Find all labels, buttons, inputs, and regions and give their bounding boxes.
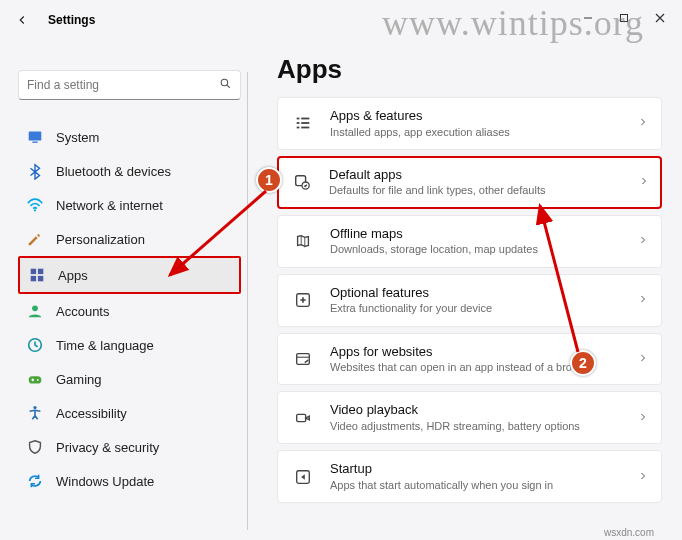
svg-rect-21 <box>301 127 309 129</box>
sidebar-item-network-internet[interactable]: Network & internet <box>18 188 241 222</box>
svg-rect-5 <box>32 142 37 143</box>
svg-rect-4 <box>29 132 42 141</box>
card-subtitle: Apps that start automatically when you s… <box>330 478 637 492</box>
plus-icon <box>292 289 314 311</box>
annotation-bubble-2: 2 <box>570 350 596 376</box>
back-button[interactable] <box>8 6 36 34</box>
sidebar-item-label: Bluetooth & devices <box>56 164 171 179</box>
card-title: Startup <box>330 461 637 477</box>
startup-icon <box>292 466 314 488</box>
svg-rect-17 <box>301 118 309 120</box>
svg-point-15 <box>33 406 36 409</box>
sidebar-item-privacy-security[interactable]: Privacy & security <box>18 430 241 464</box>
sidebar-item-apps[interactable]: Apps <box>20 258 239 292</box>
maximize-button[interactable] <box>606 4 642 32</box>
window-title: Settings <box>48 13 95 27</box>
chevron-right-icon <box>637 468 649 486</box>
page-title: Apps <box>277 54 662 85</box>
card-title: Offline maps <box>330 226 637 242</box>
gaming-icon <box>26 370 44 388</box>
web-icon <box>292 348 314 370</box>
default-icon <box>291 171 313 193</box>
main-panel: Apps Apps & featuresInstalled apps, app … <box>255 40 682 540</box>
svg-rect-10 <box>38 276 43 281</box>
card-title: Apps & features <box>330 108 637 124</box>
card-apps-features[interactable]: Apps & featuresInstalled apps, app execu… <box>277 97 662 150</box>
svg-rect-13 <box>29 376 42 383</box>
svg-line-3 <box>227 85 230 88</box>
annotation-bubble-1: 1 <box>256 167 282 193</box>
time-icon <box>26 336 44 354</box>
svg-rect-7 <box>31 269 36 274</box>
card-subtitle: Defaults for file and link types, other … <box>329 183 638 197</box>
titlebar: Settings <box>0 0 682 40</box>
bluetooth-icon <box>26 162 44 180</box>
card-title: Default apps <box>329 167 638 183</box>
video-icon <box>292 407 314 429</box>
chevron-right-icon <box>637 350 649 368</box>
svg-rect-20 <box>297 127 300 129</box>
window-controls <box>570 4 678 32</box>
system-icon <box>26 128 44 146</box>
network-icon <box>26 196 44 214</box>
sidebar-item-label: Accounts <box>56 304 109 319</box>
sidebar-item-label: Accessibility <box>56 406 127 421</box>
card-apps-for-websites[interactable]: Apps for websitesWebsites that can open … <box>277 333 662 386</box>
svg-rect-18 <box>297 123 300 125</box>
svg-point-2 <box>221 79 228 86</box>
card-optional-features[interactable]: Optional featuresExtra functionality for… <box>277 274 662 327</box>
sidebar-item-label: System <box>56 130 99 145</box>
settings-window: Settings SystemBluetooth & devicesNetwor… <box>0 0 682 540</box>
card-video-playback[interactable]: Video playbackVideo adjustments, HDR str… <box>277 391 662 444</box>
svg-rect-25 <box>297 354 310 365</box>
card-title: Optional features <box>330 285 637 301</box>
card-offline-maps[interactable]: Offline mapsDownloads, storage location,… <box>277 215 662 268</box>
chevron-right-icon <box>637 409 649 427</box>
sidebar-item-windows-update[interactable]: Windows Update <box>18 464 241 498</box>
accessibility-icon <box>26 404 44 422</box>
sidebar-item-bluetooth-devices[interactable]: Bluetooth & devices <box>18 154 241 188</box>
map-icon <box>292 230 314 252</box>
chevron-right-icon <box>637 114 649 132</box>
privacy-icon <box>26 438 44 456</box>
card-subtitle: Video adjustments, HDR streaming, batter… <box>330 419 637 433</box>
sidebar-item-accounts[interactable]: Accounts <box>18 294 241 328</box>
update-icon <box>26 472 44 490</box>
sidebar-item-label: Time & language <box>56 338 154 353</box>
chevron-right-icon <box>637 232 649 250</box>
close-button[interactable] <box>642 4 678 32</box>
sidebar-item-time-language[interactable]: Time & language <box>18 328 241 362</box>
search-box[interactable] <box>18 70 241 100</box>
sidebar-divider <box>247 72 248 530</box>
card-subtitle: Extra functionality for your device <box>330 301 637 315</box>
attribution: wsxdn.com <box>604 527 654 538</box>
minimize-button[interactable] <box>570 4 606 32</box>
accounts-icon <box>26 302 44 320</box>
svg-rect-9 <box>31 276 36 281</box>
apps-icon <box>28 266 46 284</box>
sidebar-item-label: Personalization <box>56 232 145 247</box>
sidebar-item-label: Privacy & security <box>56 440 159 455</box>
svg-rect-19 <box>301 123 309 125</box>
content: SystemBluetooth & devicesNetwork & inter… <box>0 40 682 540</box>
sidebar-item-personalization[interactable]: Personalization <box>18 222 241 256</box>
card-subtitle: Downloads, storage location, map updates <box>330 242 637 256</box>
sidebar-item-accessibility[interactable]: Accessibility <box>18 396 241 430</box>
search-input[interactable] <box>27 78 219 92</box>
sidebar-item-label: Windows Update <box>56 474 154 489</box>
card-default-apps[interactable]: Default appsDefaults for file and link t… <box>277 156 662 209</box>
svg-point-14 <box>37 379 39 381</box>
chevron-right-icon <box>638 173 650 191</box>
list-icon <box>292 112 314 134</box>
sidebar-item-system[interactable]: System <box>18 120 241 154</box>
sidebar-item-label: Gaming <box>56 372 102 387</box>
svg-point-11 <box>32 305 38 311</box>
chevron-right-icon <box>637 291 649 309</box>
svg-point-6 <box>34 209 36 211</box>
sidebar-item-label: Apps <box>58 268 88 283</box>
sidebar-item-label: Network & internet <box>56 198 163 213</box>
sidebar-item-gaming[interactable]: Gaming <box>18 362 241 396</box>
personalization-icon <box>26 230 44 248</box>
card-subtitle: Installed apps, app execution aliases <box>330 125 637 139</box>
card-startup[interactable]: StartupApps that start automatically whe… <box>277 450 662 503</box>
